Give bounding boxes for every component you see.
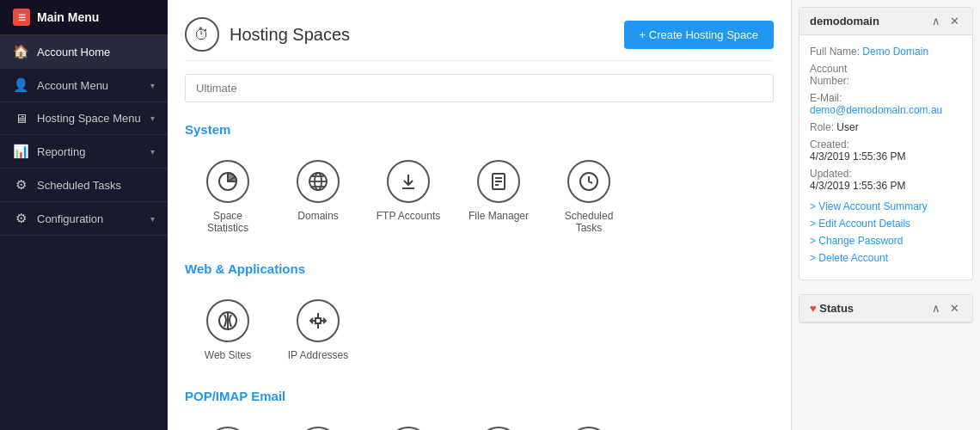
system-section-title: System xyxy=(185,122,774,137)
account-card-username: demodomain xyxy=(810,15,879,28)
sidebar-item-label: Configuration xyxy=(37,212,142,225)
account-number-sub: Number: xyxy=(810,75,849,87)
sidebar-item-reporting[interactable]: 📊 Reporting ▾ xyxy=(0,135,168,169)
lists-item[interactable]: Lists xyxy=(456,416,542,430)
close-account-card-button[interactable]: ✕ xyxy=(947,15,962,28)
hosting-spaces-icon: ⏱ xyxy=(185,17,219,52)
space-statistics-item[interactable]: Space Statistics xyxy=(185,150,271,244)
email-domains-item[interactable]: Domains xyxy=(546,416,632,430)
email-accounts-item[interactable]: Accounts xyxy=(185,416,271,430)
email-domains-icon xyxy=(567,427,610,430)
sidebar-header: ☰ Main Menu xyxy=(0,0,168,35)
file-manager-item[interactable]: File Manager xyxy=(456,150,542,244)
scheduled-tasks-label: Scheduled Tasks xyxy=(553,210,625,234)
sidebar-item-label: Reporting xyxy=(37,145,142,158)
created-value: 4/3/2019 1:55:36 PM xyxy=(810,150,905,163)
ftp-accounts-item[interactable]: FTP Accounts xyxy=(365,150,451,244)
change-password-link[interactable]: Change Password xyxy=(810,235,962,247)
account-number-row: Account Number: xyxy=(810,63,962,87)
sidebar-item-configuration[interactable]: ⚙ Configuration ▾ xyxy=(0,202,168,236)
ftp-accounts-icon xyxy=(387,160,430,203)
account-card-body: Full Name: Demo Domain Account Number: E… xyxy=(799,35,972,280)
sidebar-item-hosting-space-menu[interactable]: 🖥 Hosting Space Menu ▾ xyxy=(0,102,168,135)
domains-label: Domains xyxy=(297,210,338,222)
web-sites-icon xyxy=(206,299,249,342)
email-icon-grid: Accounts Mail Aliases xyxy=(185,416,774,430)
role-row: Role: User xyxy=(810,121,962,133)
status-card: ♥ Status ∧ ✕ xyxy=(799,294,973,323)
main-content: ⏱ Hosting Spaces + Create Hosting Space … xyxy=(168,0,791,430)
web-sites-item[interactable]: Web Sites xyxy=(185,289,271,372)
mail-aliases-icon xyxy=(297,427,340,430)
account-links: View Account Summary Edit Account Detail… xyxy=(810,200,962,264)
domains-icon xyxy=(297,160,340,203)
email-row: E-Mail: demo@demodomain.com.au xyxy=(810,92,962,116)
web-applications-grid: Web Sites IP Addresses xyxy=(185,289,774,372)
account-card: demodomain ∧ ✕ Full Name: Demo Domain Ac… xyxy=(799,7,973,280)
sidebar-item-account-home[interactable]: 🏠 Account Home xyxy=(0,35,168,69)
scheduled-tasks-icon xyxy=(567,160,610,203)
hosting-title: ⏱ Hosting Spaces xyxy=(185,17,350,52)
mail-aliases-item[interactable]: Mail Aliases xyxy=(275,416,361,430)
pop-imap-section: POP/IMAP Email Accounts xyxy=(185,389,774,430)
space-statistics-icon xyxy=(206,160,249,203)
created-row: Created: 4/3/2019 1:55:36 PM xyxy=(810,138,962,163)
search-input[interactable] xyxy=(185,74,774,102)
close-status-card-button[interactable]: ✕ xyxy=(947,302,962,315)
status-card-actions: ∧ ✕ xyxy=(929,302,962,315)
page-title: Hosting Spaces xyxy=(230,25,350,45)
file-manager-icon xyxy=(477,160,520,203)
view-account-summary-link[interactable]: View Account Summary xyxy=(810,200,962,212)
main-menu-icon: ☰ xyxy=(13,9,30,26)
groups-icon xyxy=(387,427,430,430)
space-statistics-label: Space Statistics xyxy=(192,210,264,234)
account-home-icon: 🏠 xyxy=(13,44,28,59)
ip-addresses-icon xyxy=(297,299,340,342)
account-card-actions: ∧ ✕ xyxy=(929,15,962,28)
ip-addresses-item[interactable]: IP Addresses xyxy=(275,289,361,372)
sidebar-item-scheduled-tasks[interactable]: ⚙ Scheduled Tasks xyxy=(0,169,168,202)
account-number-label: Account xyxy=(810,63,847,75)
email-label: E-Mail: xyxy=(810,92,842,104)
groups-item[interactable]: Groups xyxy=(365,416,451,430)
chevron-down-icon: ▾ xyxy=(150,147,155,157)
status-title-label: Status xyxy=(819,302,854,315)
full-name-row: Full Name: Demo Domain xyxy=(810,46,962,58)
sidebar-item-label: Scheduled Tasks xyxy=(37,179,155,192)
create-hosting-space-button[interactable]: + Create Hosting Space xyxy=(624,21,774,49)
account-card-header: demodomain ∧ ✕ xyxy=(799,8,972,35)
role-label: Role: xyxy=(810,121,834,133)
status-card-title: ♥ Status xyxy=(810,302,854,315)
sidebar-item-label: Account Menu xyxy=(37,79,142,92)
lists-icon xyxy=(477,427,520,430)
updated-row: Updated: 4/3/2019 1:55:36 PM xyxy=(810,168,962,192)
sidebar-item-label: Account Home xyxy=(37,46,155,58)
pop-imap-title: POP/IMAP Email xyxy=(185,389,774,403)
minimize-status-card-button[interactable]: ∧ xyxy=(929,302,943,315)
account-menu-icon: 👤 xyxy=(13,77,28,93)
system-icon-grid: Space Statistics Domains xyxy=(185,150,774,244)
delete-account-link[interactable]: Delete Account xyxy=(810,252,962,264)
web-applications-section: Web & Applications Web Sites xyxy=(185,261,774,372)
edit-account-details-link[interactable]: Edit Account Details xyxy=(810,218,962,230)
updated-label: Updated: xyxy=(810,168,852,180)
minimize-account-card-button[interactable]: ∧ xyxy=(929,15,943,28)
email-accounts-icon xyxy=(206,427,249,430)
updated-value: 4/3/2019 1:55:36 PM xyxy=(810,180,905,192)
hosting-header: ⏱ Hosting Spaces + Create Hosting Space xyxy=(185,17,774,61)
scheduled-tasks-icon: ⚙ xyxy=(13,177,28,193)
scheduled-tasks-item[interactable]: Scheduled Tasks xyxy=(546,150,632,244)
svg-rect-18 xyxy=(315,318,321,323)
ip-addresses-label: IP Addresses xyxy=(288,349,349,361)
sidebar-item-account-menu[interactable]: 👤 Account Menu ▾ xyxy=(0,69,168,102)
reporting-icon: 📊 xyxy=(13,144,28,159)
chevron-down-icon: ▾ xyxy=(150,114,155,123)
created-label: Created: xyxy=(810,138,849,150)
full-name-value: Demo Domain xyxy=(862,46,928,58)
sidebar-title: Main Menu xyxy=(37,10,99,24)
file-manager-label: File Manager xyxy=(469,210,529,222)
domains-item[interactable]: Domains xyxy=(275,150,361,244)
right-panel: demodomain ∧ ✕ Full Name: Demo Domain Ac… xyxy=(791,0,980,430)
web-applications-title: Web & Applications xyxy=(185,261,774,276)
system-section: System Space Statistics xyxy=(185,122,774,244)
